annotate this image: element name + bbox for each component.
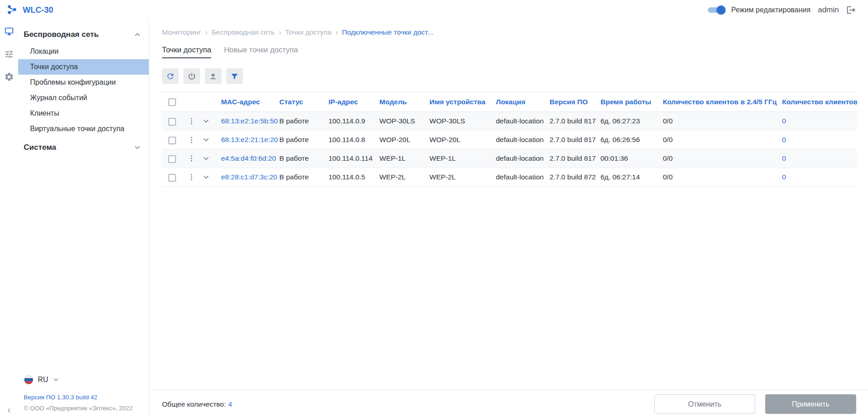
row-expand-icon[interactable] [201,135,211,145]
row-actions [187,168,221,187]
location-cell: default-location [496,131,550,149]
topbar-right: Режим редактирования admin [707,5,857,15]
column-header[interactable]: MAC-адрес [221,92,279,112]
clients-24-5-cell: 0/0 [663,149,782,168]
select-all-checkbox[interactable] [168,98,176,106]
logout-icon[interactable] [846,5,857,15]
status-cell: В работе [279,149,328,168]
gear-icon[interactable] [4,72,14,82]
column-header[interactable]: Модель [379,92,429,112]
row-checkbox[interactable] [168,174,176,182]
edit-mode-label: Режим редактирования [731,6,810,14]
row-expand-icon[interactable] [201,153,211,163]
clients-link[interactable]: 0 [782,117,786,125]
tune-icon[interactable] [4,49,14,59]
clients-24-5-cell: 0/0 [663,168,782,187]
eltex-logo-icon [6,4,18,16]
copyright: © ООО «Предприятие «Элтекс», 2022 [24,405,142,412]
select-all-header [162,92,187,112]
filter-button[interactable] [226,68,243,84]
actions-header [187,92,221,112]
tab-new-access-points[interactable]: Новые точки доступа [224,46,298,58]
total-count: Общее количество:4 [162,400,232,408]
row-menu-icon[interactable] [187,172,197,182]
row-menu-icon[interactable] [187,135,197,145]
language-selector[interactable]: RU [24,375,142,385]
sidebar-collapse-button[interactable]: ‹ [7,405,10,415]
clients-cell: 0 [782,131,857,149]
mac-link[interactable]: e8:28:c1:d7:3c:20 [221,173,277,181]
sidebar-group-wireless[interactable]: Беспроводная сеть [18,25,149,44]
mac-link[interactable]: 68:13:e2:1e:5b:50 [221,117,278,125]
refresh-button[interactable] [162,68,179,84]
icon-rail: ‹ [0,20,18,418]
wireless-group-items: ЛокацииТочки доступаПроблемы конфигураци… [18,44,149,137]
row-checkbox[interactable] [168,118,176,126]
column-header[interactable]: IP-адрес [328,92,379,112]
clients-link[interactable]: 0 [782,136,786,143]
breadcrumb-item[interactable]: Мониторинг [162,28,201,36]
app-title: WLC-30 [23,5,53,15]
firmware-version-link[interactable]: Версия ПО 1.30.3 build 42 [24,394,97,401]
location-cell: default-location [496,168,550,187]
column-header[interactable]: Время работы [601,92,663,112]
main-content: Мониторинг›Беспроводная сеть›Точки досту… [149,20,868,418]
table-row: e8:28:c1:d7:3c:20В работе100.114.0.5WEP-… [162,168,857,187]
sidebar-footer: RU Версия ПО 1.30.3 build 42 © ООО «Пред… [18,375,149,418]
firmware-cell: 2.7.0 build 872 [550,168,601,187]
sidebar-item[interactable]: Точки доступа [18,59,149,75]
mac-cell: 68:13:e2:1e:5b:50 [221,112,279,131]
row-expand-icon[interactable] [201,116,211,126]
sidebar-item[interactable]: Проблемы конфигурации [18,75,149,90]
column-header[interactable]: Локация [496,92,550,112]
mac-link[interactable]: 68:13:e2:21:1e:20 [221,136,278,143]
breadcrumb-separator: › [279,28,281,36]
clients-link[interactable]: 0 [782,173,786,181]
upload-button[interactable] [205,68,222,84]
mac-cell: e4:5a:d4:f0:6d:20 [221,149,279,168]
toggle-knob [717,5,726,15]
sidebar-item[interactable]: Клиенты [18,106,149,121]
row-menu-icon[interactable] [187,116,197,126]
status-cell: В работе [279,168,328,187]
row-checkbox[interactable] [168,137,176,144]
column-header[interactable]: Статус [279,92,328,112]
column-header[interactable]: Имя устройства [429,92,496,112]
mac-link[interactable]: e4:5a:d4:f0:6d:20 [221,154,276,162]
firmware-cell: 2.7.0 build 817 [550,112,601,131]
breadcrumb-item[interactable]: Подключенные точки дост... [342,28,433,36]
cancel-button[interactable]: Отменить [654,394,755,414]
uptime-cell: 6д. 06:27:23 [601,112,663,131]
chevron-down-icon [133,143,141,152]
sidebar-item[interactable]: Локации [18,44,149,59]
device-name-cell: WOP-20L [429,131,496,149]
row-menu-icon[interactable] [187,153,197,163]
sidebar-group-system[interactable]: Система [18,138,149,157]
edit-mode-toggle[interactable] [707,5,726,15]
language-code: RU [38,376,48,384]
total-count-label: Общее количество: [162,400,226,408]
tab-access-points[interactable]: Точки доступа [162,46,211,58]
reboot-button[interactable] [183,68,200,84]
ap-table: MAC-адресСтатусIP-адресМодельИмя устройс… [162,92,857,187]
uptime-cell: 6д. 06:26:56 [601,131,663,149]
location-cell: default-location [496,112,550,131]
column-header[interactable]: Количество клиентов в 2.4/5 ГГц [663,92,782,112]
table-row: e4:5a:d4:f0:6d:20В работе100.114.0.114WE… [162,149,857,168]
total-count-value: 4 [228,400,232,408]
row-checkbox[interactable] [168,155,176,163]
column-header[interactable]: Версия ПО [550,92,601,112]
column-header[interactable]: Количество клиентов [782,92,857,112]
apply-button[interactable]: Применить [765,394,856,414]
breadcrumb-item[interactable]: Точки доступа [285,28,332,36]
breadcrumb-item[interactable]: Беспроводная сеть [212,28,274,36]
monitoring-icon[interactable] [4,26,14,36]
clients-link[interactable]: 0 [782,154,786,162]
sidebar-item[interactable]: Журнал событий [18,90,149,106]
mac-cell: 68:13:e2:21:1e:20 [221,131,279,149]
sidebar-item[interactable]: Виртуальные точки доступа [18,121,149,137]
top-bar: WLC-30 Режим редактирования admin [0,0,868,20]
username: admin [818,5,839,15]
status-cell: В работе [279,131,328,149]
row-expand-icon[interactable] [201,172,211,182]
